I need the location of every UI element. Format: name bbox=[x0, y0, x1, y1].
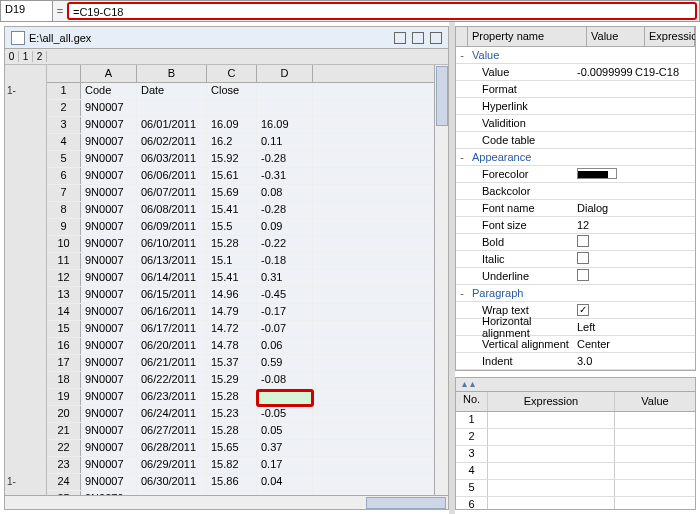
property-row[interactable]: -Paragraph bbox=[456, 285, 695, 302]
table-row[interactable]: 59N000706/03/201115.92-0.28 bbox=[47, 151, 434, 168]
table-row[interactable]: 189N000706/22/201115.29-0.08 bbox=[47, 372, 434, 389]
table-row[interactable]: 99N000706/09/201115.50.09 bbox=[47, 219, 434, 236]
property-row[interactable]: Code table bbox=[456, 132, 695, 149]
table-row[interactable]: 229N000706/28/201115.650.37 bbox=[47, 440, 434, 457]
expression-row[interactable]: 5 bbox=[456, 480, 695, 497]
expression-row[interactable]: 1 bbox=[456, 412, 695, 429]
property-row[interactable]: -Appearance bbox=[456, 149, 695, 166]
table-row[interactable]: 239N000706/29/201115.820.17 bbox=[47, 457, 434, 474]
horizontal-scrollbar[interactable] bbox=[5, 495, 448, 509]
property-row[interactable]: Indent3.0 bbox=[456, 353, 695, 370]
spreadsheet-panel: E:\all_all.gex 012 1-1- A B C D 1CodeDat… bbox=[4, 26, 449, 510]
property-row[interactable]: Vertical alignmentCenter bbox=[456, 336, 695, 353]
properties-panel: Property name Value Expression -ValueVal… bbox=[455, 26, 696, 371]
close-icon[interactable] bbox=[430, 32, 442, 44]
table-row[interactable]: 139N000706/15/201114.96-0.45 bbox=[47, 287, 434, 304]
expression-row[interactable]: 3 bbox=[456, 446, 695, 463]
formula-bar: D19 = =C19-C18 bbox=[0, 0, 700, 22]
property-row[interactable]: Validition bbox=[456, 115, 695, 132]
table-row[interactable]: 249N000706/30/201115.860.04 bbox=[47, 474, 434, 491]
property-row[interactable]: Underline bbox=[456, 268, 695, 285]
property-row[interactable]: Font nameDialog bbox=[456, 200, 695, 217]
expression-panel: ▴ ▴ No. Expression Value 12345678 bbox=[455, 377, 696, 510]
cell-reference[interactable]: D19 bbox=[1, 1, 53, 21]
property-row[interactable]: Hyperlink bbox=[456, 98, 695, 115]
expression-row[interactable]: 4 bbox=[456, 463, 695, 480]
table-row[interactable]: 199N000706/23/201115.28-0.01 bbox=[47, 389, 434, 406]
property-row[interactable]: Value-0.0099999..C19-C18 bbox=[456, 64, 695, 81]
table-row[interactable]: 259N0279 bbox=[47, 491, 434, 495]
outline-levels[interactable]: 012 bbox=[5, 49, 448, 65]
table-row[interactable]: 89N000706/08/201115.41-0.28 bbox=[47, 202, 434, 219]
table-row[interactable]: 179N000706/21/201115.370.59 bbox=[47, 355, 434, 372]
vertical-scrollbar[interactable] bbox=[434, 65, 448, 495]
outline-gutter[interactable]: 1-1- bbox=[5, 65, 47, 495]
table-row[interactable]: 159N000706/17/201114.72-0.07 bbox=[47, 321, 434, 338]
document-icon bbox=[11, 31, 25, 45]
document-title: E:\all_all.gex bbox=[29, 32, 394, 44]
maximize-icon[interactable] bbox=[412, 32, 424, 44]
table-row[interactable]: 149N000706/16/201114.79-0.17 bbox=[47, 304, 434, 321]
expression-toolbar[interactable]: ▴ ▴ bbox=[456, 378, 695, 392]
grid[interactable]: A B C D 1CodeDateClose29N000739N000706/0… bbox=[47, 65, 434, 495]
table-row[interactable]: 169N000706/20/201114.780.06 bbox=[47, 338, 434, 355]
column-headers[interactable]: A B C D bbox=[47, 65, 434, 83]
properties-header: Property name Value Expression bbox=[456, 27, 695, 47]
table-row[interactable]: 39N000706/01/201116.0916.09 bbox=[47, 117, 434, 134]
formula-input[interactable]: =C19-C18 bbox=[67, 2, 697, 20]
expression-row[interactable]: 6 bbox=[456, 497, 695, 510]
property-row[interactable]: Format bbox=[456, 81, 695, 98]
table-row[interactable]: 129N000706/14/201115.410.31 bbox=[47, 270, 434, 287]
property-row[interactable]: Bold bbox=[456, 234, 695, 251]
detach-icon[interactable] bbox=[394, 32, 406, 44]
expression-row[interactable]: 2 bbox=[456, 429, 695, 446]
property-row[interactable]: Forecolor bbox=[456, 166, 695, 183]
document-header: E:\all_all.gex bbox=[5, 27, 448, 49]
table-row[interactable]: 209N000706/24/201115.23-0.05 bbox=[47, 406, 434, 423]
property-row[interactable]: -Value bbox=[456, 47, 695, 64]
table-row[interactable]: 79N000706/07/201115.690.08 bbox=[47, 185, 434, 202]
table-row[interactable]: 219N000706/27/201115.280.05 bbox=[47, 423, 434, 440]
table-row[interactable]: 109N000706/10/201115.28-0.22 bbox=[47, 236, 434, 253]
property-row[interactable]: Horizontal alignmentLeft bbox=[456, 319, 695, 336]
property-row[interactable]: Backcolor bbox=[456, 183, 695, 200]
table-row[interactable]: 119N000706/13/201115.1-0.18 bbox=[47, 253, 434, 270]
table-row[interactable]: 69N000706/06/201115.61-0.31 bbox=[47, 168, 434, 185]
property-row[interactable]: Italic bbox=[456, 251, 695, 268]
equals-label: = bbox=[53, 5, 67, 17]
table-row[interactable]: 49N000706/02/201116.20.11 bbox=[47, 134, 434, 151]
property-row[interactable]: Font size12 bbox=[456, 217, 695, 234]
table-row[interactable]: 29N0007 bbox=[47, 100, 434, 117]
